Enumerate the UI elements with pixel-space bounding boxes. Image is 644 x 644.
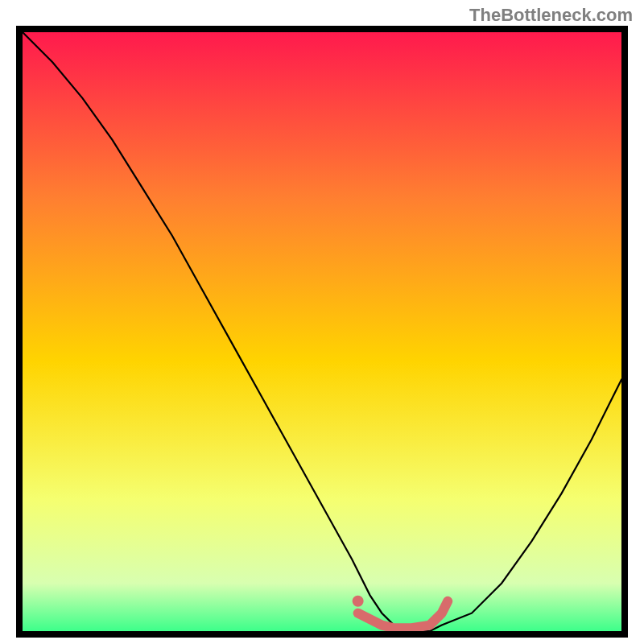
optimal-range-marker-line [358,601,448,628]
watermark-text: TheBottleneck.com [469,5,633,26]
chart-container: TheBottleneck.com [0,0,644,644]
chart-frame [16,26,628,638]
optimal-marker-dot [353,596,364,607]
curve-plot [23,32,621,631]
bottleneck-curve-line [23,32,621,631]
